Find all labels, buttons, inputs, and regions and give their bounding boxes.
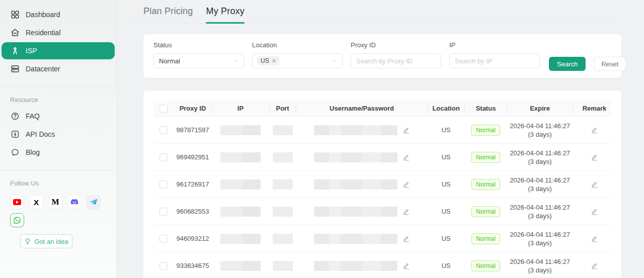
sidebar-item-dashboard[interactable]: Dashboard (2, 6, 115, 23)
expire-date: 2026-04-04 11:46:27 (510, 176, 570, 184)
discord-icon (70, 198, 79, 207)
tab-plan-pricing[interactable]: Plan Pricing (143, 6, 193, 23)
whatsapp-icon (13, 216, 22, 225)
redacted-port (273, 261, 293, 271)
got-an-idea-button[interactable]: Got an idea (20, 234, 72, 248)
status-select-value: Normal (159, 57, 180, 65)
expire-cell: 2026-04-04 11:46:27 (3 days) (507, 122, 573, 139)
api-docs-icon (11, 130, 20, 139)
got-an-idea-label: Got an idea (34, 238, 68, 245)
expire-days: (3 days) (528, 212, 552, 220)
redacted-username-password (314, 152, 397, 162)
sidebar-item-isp[interactable]: ISP (2, 42, 115, 59)
column-header-location: Location (428, 101, 464, 117)
telegram-link[interactable] (87, 195, 101, 209)
proxy-id-cell: 961726917 (174, 180, 212, 188)
location-cell: US (428, 180, 464, 188)
status-badge: Normal (471, 125, 500, 136)
table-row: 969492951 US Normal 2026-04-04 11:46:27 … (153, 144, 611, 171)
faq-icon (11, 112, 20, 121)
reset-button[interactable]: Reset (594, 57, 626, 71)
x-link[interactable]: X (29, 195, 43, 209)
edit-remark-icon[interactable] (591, 262, 598, 269)
table-row: 961726917 US Normal 2026-04-04 11:46:27 … (153, 171, 611, 198)
row-checkbox[interactable] (159, 208, 168, 216)
whatsapp-link[interactable] (10, 213, 24, 227)
residential-icon (11, 28, 20, 37)
column-header-username-password: Username/Password (296, 101, 428, 117)
redacted-ip (220, 261, 261, 271)
column-header-proxy-id: Proxy ID (174, 101, 212, 117)
table-row: 987871597 US Normal 2026-04-04 11:46:27 … (153, 117, 611, 144)
remove-tag-icon[interactable]: ✕ (272, 58, 276, 64)
location-select[interactable]: US ✕ (252, 53, 343, 68)
discord-link[interactable] (67, 195, 82, 209)
sidebar-item-residential[interactable]: Residential (2, 24, 115, 41)
edit-remark-icon[interactable] (591, 235, 598, 242)
row-checkbox[interactable] (159, 180, 168, 189)
lightbulb-icon (24, 238, 31, 245)
redacted-username-password (314, 207, 397, 217)
select-all-cell (153, 101, 174, 117)
edit-remark-icon[interactable] (591, 208, 598, 215)
edit-remark-icon[interactable] (591, 153, 598, 161)
search-button[interactable]: Search (549, 57, 586, 71)
sidebar-item-faq[interactable]: FAQ (2, 108, 115, 125)
edit-credentials-icon[interactable] (403, 208, 410, 215)
location-cell: US (428, 262, 464, 269)
table-row: 960682553 US Normal 2026-04-04 11:46:27 … (153, 198, 611, 225)
redacted-username-password (314, 234, 397, 244)
expire-date: 2026-04-04 11:46:27 (510, 230, 570, 239)
row-checkbox[interactable] (159, 235, 168, 243)
edit-credentials-icon[interactable] (403, 262, 410, 269)
row-checkbox[interactable] (159, 126, 168, 134)
status-label: Status (153, 41, 244, 49)
redacted-port (273, 207, 293, 217)
expire-cell: 2026-04-04 11:46:27 (3 days) (507, 203, 573, 220)
sidebar-item-datacenter[interactable]: Datacenter (2, 60, 115, 77)
expire-days: (3 days) (528, 184, 552, 193)
proxy-id-cell: 946093212 (174, 235, 212, 242)
edit-credentials-icon[interactable] (403, 126, 410, 134)
status-filter: Status Normal (153, 41, 244, 78)
tab-my-proxy[interactable]: My Proxy (206, 6, 245, 23)
sidebar-item-blog[interactable]: Blog (2, 144, 115, 161)
medium-icon: M (51, 198, 59, 206)
sidebar-item-label: Datacenter (26, 65, 60, 73)
redacted-ip (220, 125, 261, 135)
expire-cell: 2026-04-04 11:46:27 (3 days) (507, 230, 573, 247)
expire-date: 2026-04-04 11:46:27 (510, 257, 570, 266)
location-tag-us: US ✕ (258, 56, 279, 65)
table-body: 987871597 US Normal 2026-04-04 11:46:27 … (153, 117, 611, 278)
redacted-username-password (314, 261, 397, 271)
redacted-ip (220, 179, 261, 190)
proxy-id-cell: 933634675 (174, 262, 212, 269)
medium-link[interactable]: M (48, 195, 62, 209)
edit-credentials-icon[interactable] (403, 235, 410, 242)
proxy-id-input[interactable] (356, 57, 436, 65)
ip-input[interactable] (455, 57, 534, 65)
row-checkbox[interactable] (159, 262, 168, 270)
edit-credentials-icon[interactable] (403, 180, 410, 188)
edit-remark-icon[interactable] (591, 180, 598, 188)
expire-date: 2026-04-04 11:46:27 (510, 149, 570, 157)
select-all-checkbox[interactable] (159, 105, 168, 113)
column-header-status: Status (464, 101, 507, 117)
location-label: Location (252, 41, 343, 49)
datacenter-icon (11, 64, 20, 73)
sidebar-item-api-docs[interactable]: API Docs (2, 126, 115, 143)
expire-days: (3 days) (528, 157, 552, 166)
status-badge: Normal (471, 260, 500, 271)
column-header-remark: Remark (573, 101, 616, 117)
sidebar-item-label: Blog (26, 148, 40, 156)
dashboard-icon (11, 10, 20, 19)
column-header-ip: IP (212, 101, 269, 117)
column-header-port: Port (269, 101, 296, 117)
youtube-link[interactable] (10, 195, 24, 209)
edit-credentials-icon[interactable] (403, 153, 410, 161)
proxy-id-cell: 987871597 (174, 126, 212, 134)
edit-remark-icon[interactable] (591, 126, 598, 134)
row-checkbox[interactable] (159, 153, 168, 161)
status-select[interactable]: Normal (153, 53, 244, 68)
expire-cell: 2026-04-04 11:46:27 (3 days) (507, 176, 573, 193)
